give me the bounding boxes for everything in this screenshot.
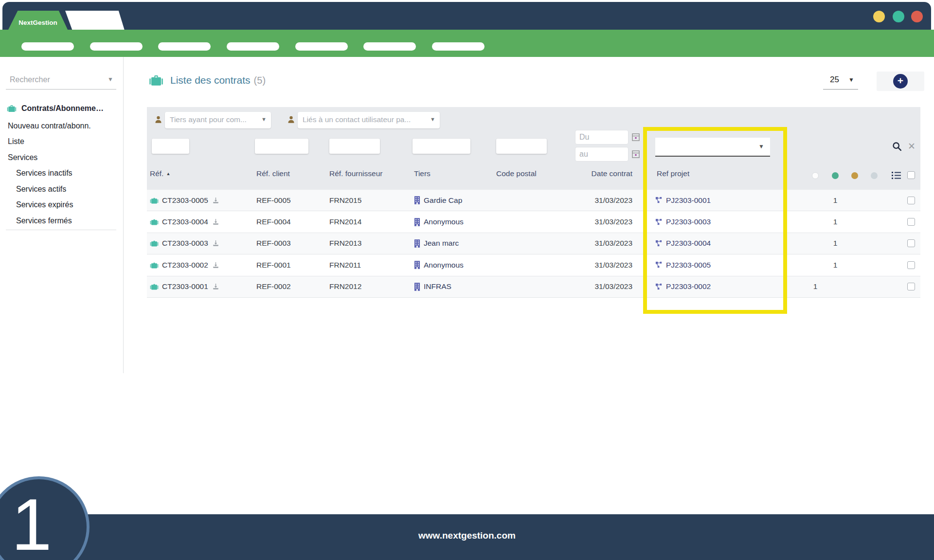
page-size-select[interactable]: 25 ▼ [823, 72, 858, 90]
row-checkbox[interactable] [907, 283, 915, 290]
sidebar-item-services-inactifs[interactable]: Services inactifs [16, 167, 72, 180]
column-header-date-contrat[interactable]: Date contrat [559, 169, 632, 178]
person-icon [287, 115, 296, 124]
add-contract-button[interactable]: + [893, 74, 908, 89]
cell-ref-projet[interactable]: PJ2303-0004 [655, 233, 711, 254]
sidebar-item-liste[interactable]: Liste [8, 135, 24, 148]
sidebar-search-select[interactable]: Rechercher ▼ [6, 71, 116, 90]
nav-pill-1[interactable] [21, 42, 74, 51]
column-header-ref-projet[interactable]: Ref projet [657, 169, 689, 178]
sidebar-search-placeholder: Rechercher [10, 75, 50, 84]
nav-pill-4[interactable] [227, 42, 279, 51]
footer-url: www.nextgestion.com [0, 530, 934, 541]
sidebar-item-services[interactable]: Services [8, 151, 37, 164]
window-dot-red[interactable] [911, 11, 923, 22]
column-header-ref-fournisseur[interactable]: Réf. fournisseur [329, 169, 382, 178]
sidebar-item-nouveau-contrat[interactable]: Nouveau contrat/abonn. [8, 120, 91, 132]
window-dot-green[interactable] [893, 11, 904, 22]
status-dot-green[interactable] [832, 172, 839, 179]
cell-ref-projet[interactable]: PJ2303-0003 [655, 211, 711, 232]
footer-bar: www.nextgestion.com [0, 514, 934, 560]
table-row[interactable]: CT2303-0004 REF-0004 FRN2014 Anonymous 3… [147, 211, 920, 233]
nav-pill-6[interactable] [363, 42, 416, 51]
filter-date-to-input[interactable] [575, 147, 629, 162]
cell-checkbox[interactable] [907, 190, 915, 211]
list-view-icon[interactable] [892, 171, 901, 180]
table-row[interactable]: CT2303-0005 REF-0005 FRN2015 Gardie Cap … [147, 190, 920, 211]
nav-pill-7[interactable] [432, 42, 485, 51]
filter-code-postal-input[interactable] [496, 139, 547, 154]
status-dot-white[interactable] [812, 172, 819, 179]
cell-ref-projet[interactable]: PJ2303-0005 [655, 254, 711, 275]
nav-pill-3[interactable] [158, 42, 211, 51]
nav-pill-2[interactable] [90, 42, 143, 51]
cell-tiers[interactable]: Anonymous [414, 211, 464, 232]
filter-ref-input[interactable] [152, 139, 189, 154]
column-header-code-postal[interactable]: Code postal [496, 169, 537, 178]
company-icon [414, 239, 420, 248]
filter-date-from-input[interactable] [575, 130, 629, 145]
filter-contact-user-select[interactable]: Liés à un contact utilisateur pa... ▼ [298, 112, 440, 128]
download-icon[interactable] [212, 283, 220, 290]
column-header-tiers[interactable]: Tiers [414, 169, 431, 178]
cell-ref[interactable]: CT2303-0005 [150, 190, 220, 211]
table-row[interactable]: CT2303-0001 REF-0002 FRN2012 INFRAS 31/0… [147, 276, 920, 298]
sidebar-item-services-fermes[interactable]: Services fermés [16, 215, 72, 227]
cell-ref-projet[interactable]: PJ2303-0002 [655, 276, 711, 297]
cell-tiers[interactable]: Anonymous [414, 254, 464, 275]
count-status-green [826, 276, 845, 297]
row-checkbox[interactable] [907, 261, 915, 269]
filter-tiers-commercial-select[interactable]: Tiers ayant pour com... ▼ [165, 112, 271, 128]
sidebar-section-label: Contrats/Abonneme… [21, 104, 104, 113]
select-all-checkbox[interactable] [907, 171, 915, 179]
download-icon[interactable] [212, 261, 220, 269]
cell-checkbox[interactable] [907, 233, 915, 254]
cell-ref[interactable]: CT2303-0002 [150, 254, 220, 275]
cell-ref-client: REF-0004 [256, 211, 291, 232]
contracts-table: CT2303-0005 REF-0005 FRN2015 Gardie Cap … [147, 190, 920, 298]
cell-ref[interactable]: CT2303-0003 [150, 233, 220, 254]
calendar-icon[interactable] [632, 133, 640, 141]
cell-tiers[interactable]: INFRAS [414, 276, 451, 297]
download-icon[interactable] [212, 197, 220, 204]
cell-checkbox[interactable] [907, 254, 915, 275]
filter-tiers-input[interactable] [413, 139, 470, 154]
table-row[interactable]: CT2303-0003 REF-0003 FRN2013 Jean marc 3… [147, 233, 920, 254]
row-checkbox[interactable] [907, 239, 915, 247]
window-dot-yellow[interactable] [873, 11, 885, 22]
secondary-tab[interactable] [65, 11, 125, 30]
count-status-gray [864, 276, 884, 297]
project-ref: PJ2303-0001 [666, 196, 711, 205]
filter-ref-projet-select[interactable]: ▼ [655, 138, 770, 157]
cell-ref[interactable]: CT2303-0004 [150, 211, 220, 232]
count-status-gray [864, 233, 884, 254]
cell-checkbox[interactable] [907, 211, 915, 232]
checkbox[interactable] [907, 171, 915, 179]
filter-ref-fournisseur-input[interactable] [329, 139, 380, 154]
sidebar-item-services-expires[interactable]: Services expirés [16, 199, 73, 211]
cell-tiers[interactable]: Gardie Cap [414, 190, 462, 211]
sidebar-section-contrats[interactable]: Contrats/Abonneme… [7, 102, 104, 115]
nav-pill-5[interactable] [295, 42, 348, 51]
calendar-icon[interactable] [632, 150, 640, 158]
brand-tab[interactable]: NextGestion [7, 11, 69, 32]
contract-ref: CT2303-0002 [162, 261, 208, 270]
filter-ref-client-input[interactable] [255, 139, 308, 154]
download-icon[interactable] [212, 239, 220, 247]
status-dot-gray[interactable] [871, 172, 878, 179]
table-row[interactable]: CT2303-0002 REF-0001 FRN2011 Anonymous 3… [147, 254, 920, 276]
clear-filters-icon[interactable]: ✕ [908, 141, 916, 152]
column-header-ref-client[interactable]: Réf. client [256, 169, 290, 178]
download-icon[interactable] [212, 218, 220, 226]
cell-ref[interactable]: CT2303-0001 [150, 276, 220, 297]
sidebar-item-services-actifs[interactable]: Services actifs [16, 183, 66, 196]
row-checkbox[interactable] [907, 197, 915, 204]
search-icon[interactable] [892, 141, 902, 152]
cell-ref-projet[interactable]: PJ2303-0001 [655, 190, 711, 211]
count-status-white [806, 233, 825, 254]
cell-tiers[interactable]: Jean marc [414, 233, 459, 254]
row-checkbox[interactable] [907, 218, 915, 226]
column-header-ref[interactable]: Réf.▲ [150, 169, 170, 178]
status-dot-gold[interactable] [851, 172, 858, 179]
cell-checkbox[interactable] [907, 276, 915, 297]
